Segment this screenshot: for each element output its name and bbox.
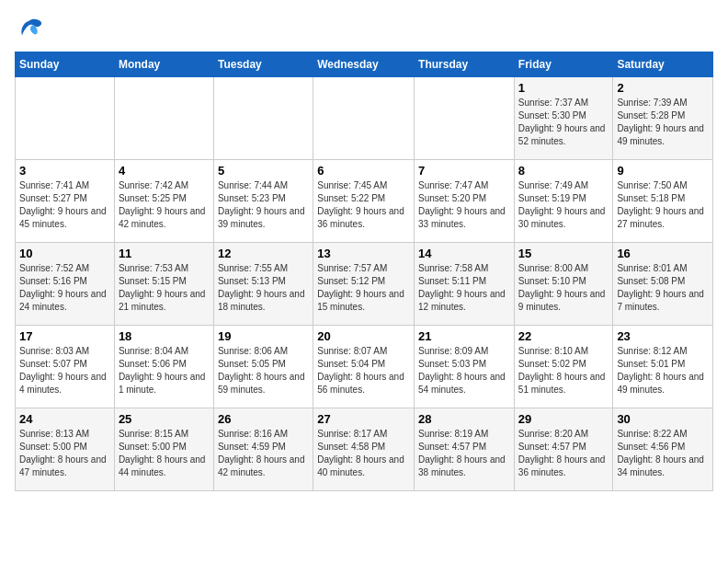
day-info: Sunrise: 8:16 AM Sunset: 4:59 PM Dayligh… [218,428,309,479]
day-number: 12 [218,247,309,260]
header-thursday: Thursday [415,52,515,77]
day-number: 29 [518,412,609,426]
day-cell: 3Sunrise: 7:41 AM Sunset: 5:27 PM Daylig… [16,160,115,243]
day-number: 21 [418,329,510,343]
day-number: 2 [617,81,709,95]
day-cell: 19Sunrise: 8:06 AM Sunset: 5:05 PM Dayli… [213,326,313,408]
day-info: Sunrise: 7:58 AM Sunset: 5:11 PM Dayligh… [418,262,510,314]
day-info: Sunrise: 7:45 AM Sunset: 5:22 PM Dayligh… [317,179,410,231]
day-cell: 24Sunrise: 8:13 AM Sunset: 5:00 PM Dayli… [16,408,115,491]
day-info: Sunrise: 7:55 AM Sunset: 5:13 PM Dayligh… [218,262,309,314]
day-cell: 30Sunrise: 8:22 AM Sunset: 4:56 PM Dayli… [613,408,713,491]
logo-bird-icon [15,15,44,44]
week-row-4: 17Sunrise: 8:03 AM Sunset: 5:07 PM Dayli… [16,326,713,408]
logo [15,15,48,44]
day-cell: 15Sunrise: 8:00 AM Sunset: 5:10 PM Dayli… [514,243,613,326]
header-wednesday: Wednesday [313,52,415,77]
week-row-3: 10Sunrise: 7:52 AM Sunset: 5:16 PM Dayli… [16,243,713,326]
day-info: Sunrise: 7:41 AM Sunset: 5:27 PM Dayligh… [19,179,110,231]
day-info: Sunrise: 8:19 AM Sunset: 4:57 PM Dayligh… [418,428,510,479]
week-row-1: 1Sunrise: 7:37 AM Sunset: 5:30 PM Daylig… [16,77,713,160]
day-cell: 23Sunrise: 8:12 AM Sunset: 5:01 PM Dayli… [613,326,713,408]
day-number: 27 [317,412,410,426]
day-number: 7 [418,164,510,178]
header-tuesday: Tuesday [213,52,313,77]
day-info: Sunrise: 8:20 AM Sunset: 4:57 PM Dayligh… [518,428,609,479]
day-cell: 7Sunrise: 7:47 AM Sunset: 5:20 PM Daylig… [415,160,515,243]
day-number: 18 [119,329,210,343]
day-cell: 5Sunrise: 7:44 AM Sunset: 5:23 PM Daylig… [213,160,313,243]
day-cell: 20Sunrise: 8:07 AM Sunset: 5:04 PM Dayli… [313,326,415,408]
day-cell: 18Sunrise: 8:04 AM Sunset: 5:06 PM Dayli… [114,326,213,408]
day-cell: 9Sunrise: 7:50 AM Sunset: 5:18 PM Daylig… [613,160,713,243]
day-number: 26 [218,412,309,426]
day-cell: 12Sunrise: 7:55 AM Sunset: 5:13 PM Dayli… [213,243,313,326]
day-info: Sunrise: 8:00 AM Sunset: 5:10 PM Dayligh… [518,262,609,314]
day-cell: 25Sunrise: 8:15 AM Sunset: 5:00 PM Dayli… [114,408,213,491]
day-cell: 11Sunrise: 7:53 AM Sunset: 5:15 PM Dayli… [114,243,213,326]
day-info: Sunrise: 8:17 AM Sunset: 4:58 PM Dayligh… [317,428,410,479]
day-number: 20 [317,329,410,343]
day-cell: 6Sunrise: 7:45 AM Sunset: 5:22 PM Daylig… [313,160,415,243]
header-row: SundayMondayTuesdayWednesdayThursdayFrid… [16,52,713,77]
day-cell [213,77,313,160]
day-number: 24 [19,412,110,426]
day-number: 30 [617,412,709,426]
day-cell: 1Sunrise: 7:37 AM Sunset: 5:30 PM Daylig… [514,77,613,160]
day-info: Sunrise: 8:15 AM Sunset: 5:00 PM Dayligh… [119,428,210,479]
day-number: 14 [418,247,510,260]
day-cell: 29Sunrise: 8:20 AM Sunset: 4:57 PM Dayli… [514,408,613,491]
day-cell: 28Sunrise: 8:19 AM Sunset: 4:57 PM Dayli… [415,408,515,491]
day-cell: 4Sunrise: 7:42 AM Sunset: 5:25 PM Daylig… [114,160,213,243]
page-header [15,15,713,44]
day-number: 11 [119,247,210,260]
week-row-2: 3Sunrise: 7:41 AM Sunset: 5:27 PM Daylig… [16,160,713,243]
day-info: Sunrise: 7:49 AM Sunset: 5:19 PM Dayligh… [518,179,609,231]
day-info: Sunrise: 8:09 AM Sunset: 5:03 PM Dayligh… [418,345,510,396]
day-info: Sunrise: 7:42 AM Sunset: 5:25 PM Dayligh… [119,179,210,231]
day-info: Sunrise: 8:12 AM Sunset: 5:01 PM Dayligh… [617,345,709,396]
day-number: 4 [119,164,210,178]
day-number: 23 [617,329,709,343]
day-number: 22 [518,329,609,343]
day-info: Sunrise: 8:04 AM Sunset: 5:06 PM Dayligh… [119,345,210,396]
day-info: Sunrise: 7:37 AM Sunset: 5:30 PM Dayligh… [518,97,609,148]
day-info: Sunrise: 8:10 AM Sunset: 5:02 PM Dayligh… [518,345,609,396]
day-info: Sunrise: 8:22 AM Sunset: 4:56 PM Dayligh… [617,428,709,479]
header-friday: Friday [514,52,613,77]
day-cell: 17Sunrise: 8:03 AM Sunset: 5:07 PM Dayli… [16,326,115,408]
day-cell: 8Sunrise: 7:49 AM Sunset: 5:19 PM Daylig… [514,160,613,243]
day-number: 10 [19,247,110,260]
day-number: 5 [218,164,309,178]
day-cell: 2Sunrise: 7:39 AM Sunset: 5:28 PM Daylig… [613,77,713,160]
day-cell: 26Sunrise: 8:16 AM Sunset: 4:59 PM Dayli… [213,408,313,491]
day-number: 9 [617,164,709,178]
day-cell [415,77,515,160]
day-number: 6 [317,164,410,178]
day-info: Sunrise: 8:01 AM Sunset: 5:08 PM Dayligh… [617,262,709,314]
day-info: Sunrise: 7:44 AM Sunset: 5:23 PM Dayligh… [218,179,309,231]
day-cell: 22Sunrise: 8:10 AM Sunset: 5:02 PM Dayli… [514,326,613,408]
day-cell: 27Sunrise: 8:17 AM Sunset: 4:58 PM Dayli… [313,408,415,491]
day-info: Sunrise: 7:52 AM Sunset: 5:16 PM Dayligh… [19,262,110,314]
day-cell [16,77,115,160]
day-info: Sunrise: 7:50 AM Sunset: 5:18 PM Dayligh… [617,179,709,231]
day-number: 8 [518,164,609,178]
header-saturday: Saturday [613,52,713,77]
day-info: Sunrise: 7:39 AM Sunset: 5:28 PM Dayligh… [617,97,709,148]
day-number: 16 [617,247,709,260]
day-number: 1 [518,81,609,95]
day-number: 13 [317,247,410,260]
day-info: Sunrise: 8:06 AM Sunset: 5:05 PM Dayligh… [218,345,309,396]
day-cell: 14Sunrise: 7:58 AM Sunset: 5:11 PM Dayli… [415,243,515,326]
day-number: 19 [218,329,309,343]
day-info: Sunrise: 8:13 AM Sunset: 5:00 PM Dayligh… [19,428,110,479]
day-cell: 16Sunrise: 8:01 AM Sunset: 5:08 PM Dayli… [613,243,713,326]
day-number: 15 [518,247,609,260]
header-monday: Monday [114,52,213,77]
day-number: 25 [119,412,210,426]
day-info: Sunrise: 7:47 AM Sunset: 5:20 PM Dayligh… [418,179,510,231]
day-number: 28 [418,412,510,426]
day-cell [114,77,213,160]
day-info: Sunrise: 8:07 AM Sunset: 5:04 PM Dayligh… [317,345,410,396]
